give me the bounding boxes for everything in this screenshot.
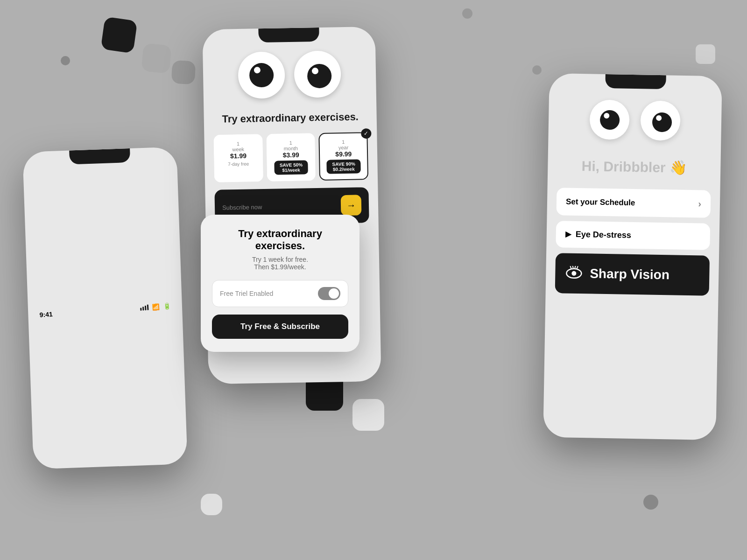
plan-week[interactable]: 1 week $1.99 7-day free: [213, 134, 263, 182]
plan-week-price: $1.99: [221, 152, 255, 160]
phone-notch-center: [258, 28, 319, 42]
pupil-left-right: [599, 110, 620, 130]
plan-year[interactable]: ✓ 1 year $9.99 SAVE 90%$0.2/week: [319, 132, 368, 181]
bg-square-2: [141, 43, 171, 73]
plan-year-price: $9.99: [326, 150, 360, 158]
plan-month[interactable]: 1 month $3.99 SAVE 50%$1/week: [266, 133, 316, 182]
eye-left-center: [238, 51, 285, 99]
toggle-row[interactable]: Free Triel Enabled: [212, 280, 348, 307]
bg-square-11: [352, 399, 384, 431]
plan-year-save: SAVE 90%$0.2/week: [327, 159, 361, 174]
pricing-grid: 1 week $1.99 7-day free 1 month $3.99 SA…: [204, 132, 378, 182]
popup-card: Try extraordinary exercises. Try 1 week …: [201, 215, 359, 352]
bg-square-1: [100, 16, 137, 53]
plan-week-badge: 7-day free: [221, 161, 255, 167]
battery-icon: 🔋: [163, 302, 171, 310]
bg-square-7: [532, 65, 542, 75]
cta-arrow-button[interactable]: →: [341, 195, 362, 216]
toggle-label: Free Triel Enabled: [220, 290, 273, 297]
phone-left: 9:41 📶 🔋 Dribbbler ✏️ 👥 Privacy Policy 📖: [22, 147, 188, 469]
popup-title: Try extraordinary exercises.: [212, 228, 348, 252]
pupil-right-center: [307, 63, 332, 88]
share-button-right[interactable]: [543, 95, 712, 440]
plan-month-price: $3.99: [274, 151, 308, 159]
bg-square-8: [696, 44, 715, 64]
bg-square-4: [61, 56, 70, 65]
phone-notch-left: [69, 148, 130, 165]
bg-square-6: [462, 8, 472, 19]
pricing-title: Try extraordinary exercises.: [204, 106, 377, 135]
bg-square-12: [201, 494, 222, 515]
cta-bar-text: Subscribe now: [222, 203, 262, 211]
popup-subtitle: Try 1 week for free.Then $1.99/week.: [212, 256, 348, 271]
plan-month-save: SAVE 50%$1/week: [274, 160, 308, 175]
popup-cta-button[interactable]: Try Free & Subscribe: [212, 315, 348, 339]
signal-icon: [140, 305, 149, 311]
bg-square-3: [171, 60, 196, 85]
pupil-left-center: [249, 63, 274, 88]
selected-checkmark: ✓: [361, 128, 371, 139]
share-icon-right: [543, 95, 550, 105]
bg-square-13: [643, 495, 658, 510]
phone-right: Hi, Dribbbler 👋 Set your Schedule › ▶ Ey…: [543, 73, 722, 440]
time-display: 9:41: [39, 310, 53, 319]
toggle-switch[interactable]: [318, 287, 340, 300]
phone-notch-right: [605, 74, 666, 89]
eye-right-center: [294, 50, 341, 98]
status-icons: 📶 🔋: [140, 302, 171, 312]
status-bar-left: 9:41 📶 🔋: [22, 147, 188, 469]
wifi-icon: 📶: [152, 303, 160, 310]
